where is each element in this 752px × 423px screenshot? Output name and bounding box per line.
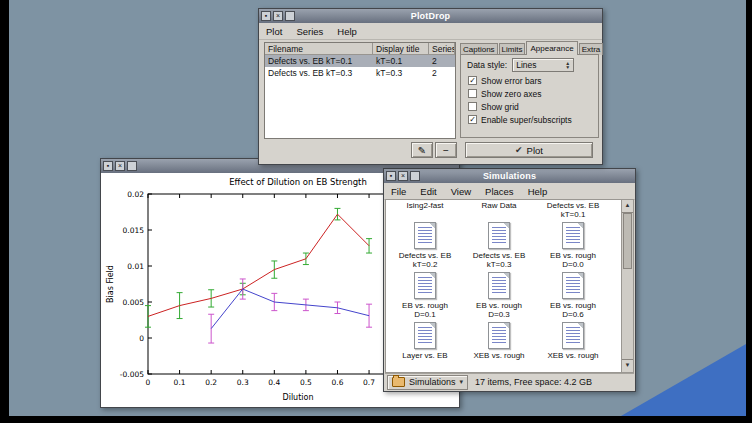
menu-places[interactable]: Places — [478, 185, 521, 198]
svg-text:0.5: 0.5 — [300, 378, 312, 387]
settings-tabs: CaptionsLimitsAppearanceExtra — [460, 40, 601, 55]
svg-text:0.3: 0.3 — [237, 378, 249, 387]
file-item-defects-vs-eb-kt-0-2[interactable]: Defects vs. EBkT=0.2 — [389, 222, 461, 272]
menu-view[interactable]: View — [444, 185, 478, 198]
menu-help[interactable]: Help — [521, 185, 555, 198]
svg-text:0.1: 0.1 — [174, 378, 186, 387]
appearance-options: ✓Show error barsShow zero axesShow grid✓… — [461, 74, 598, 126]
file-sub: D=0.0 — [562, 260, 584, 269]
window-buttons: ▪× — [386, 171, 420, 181]
data-style-label: Data style: — [467, 60, 507, 70]
file-sub: D=0.6 — [562, 310, 584, 319]
dropdown-arrow-icon: ▾ — [460, 378, 464, 386]
location-dropdown-button[interactable]: Simulations ▾ — [387, 375, 468, 390]
file-item-xeb-vs-rough[interactable]: XEB vs. rough — [537, 322, 609, 372]
file-item-eb-vs-rough-d-0-6[interactable]: EB vs. roughD=0.6 — [537, 272, 609, 322]
table-cell: Defects vs. EB kT=0.1 — [265, 55, 373, 67]
shade-button[interactable] — [410, 171, 420, 181]
simulations-window-title: Simulations — [384, 171, 635, 181]
file-name: EB vs. rough — [476, 301, 522, 310]
shade-button[interactable] — [285, 11, 295, 21]
column-header-display-title[interactable]: Display title — [373, 43, 429, 55]
window-buttons: ▪× — [261, 11, 295, 21]
document-icon — [414, 322, 436, 349]
data-style-select[interactable]: Lines ▲ ▼ — [512, 58, 574, 72]
svg-text:0.02: 0.02 — [127, 190, 144, 199]
svg-text:Effect of Dilution on EB Stren: Effect of Dilution on EB Strength — [229, 177, 367, 187]
file-item-raw-data[interactable]: Raw Data — [463, 199, 535, 222]
file-name: EB vs. rough — [550, 301, 596, 310]
file-name: XEB vs. rough — [547, 351, 598, 360]
menu-help[interactable]: Help — [330, 25, 364, 38]
menu-plot[interactable]: Plot — [259, 25, 289, 38]
window-menu-button[interactable]: ▪ — [261, 11, 271, 21]
scroll-up-button[interactable]: ▲ — [622, 200, 633, 213]
checkbox-box[interactable] — [468, 89, 477, 98]
table-row[interactable]: Defects vs. EB kT=0.1kT=0.12 — [265, 55, 455, 67]
shade-button[interactable] — [127, 161, 137, 171]
statusbar: Simulations ▾ 17 items, Free space: 4.2 … — [385, 373, 634, 390]
status-text: 17 items, Free space: 4.2 GB — [475, 377, 592, 387]
file-item-defects-vs-eb-kt-0-1[interactable]: Defects vs. EBkT=0.1 — [537, 199, 609, 222]
checkbox-box[interactable]: ✓ — [468, 115, 477, 124]
file-grid: Ising2-fastRaw DataDefects vs. EBkT=0.1D… — [386, 199, 621, 372]
menu-series[interactable]: Series — [289, 25, 330, 38]
plotdrop-window-title: PlotDrop — [259, 11, 602, 21]
file-item-eb-vs-rough-d-0-0[interactable]: EB vs. roughD=0.0 — [537, 222, 609, 272]
file-item-defects-vs-eb-kt-0-3[interactable]: Defects vs. EBkT=0.3 — [463, 222, 535, 272]
scrollbar-thumb[interactable] — [623, 213, 632, 269]
file-item-eb-vs-rough-d-0-3[interactable]: EB vs. roughD=0.3 — [463, 272, 535, 322]
table-row[interactable]: Defects vs. EB kT=0.3kT=0.32 — [265, 67, 455, 79]
tab-appearance[interactable]: Appearance — [526, 41, 577, 55]
check-icon: ✔ — [515, 145, 523, 155]
folder-icon — [392, 377, 405, 387]
menu-edit[interactable]: Edit — [413, 185, 443, 198]
simulations-titlebar[interactable]: ▪× Simulations — [384, 169, 635, 183]
plotdrop-titlebar[interactable]: ▪× PlotDrop — [259, 9, 602, 23]
file-item-eb-vs-rough-d-0-1[interactable]: EB vs. roughD=0.1 — [389, 272, 461, 322]
table-cell: 2 — [429, 67, 455, 79]
file-list-rows: Defects vs. EB kT=0.1kT=0.12Defects vs. … — [265, 55, 455, 79]
svg-text:0.6: 0.6 — [332, 378, 344, 387]
remove-series-button[interactable]: − — [435, 142, 457, 158]
checkbox-show-grid[interactable]: Show grid — [461, 100, 598, 113]
document-icon — [562, 222, 584, 249]
checkbox-show-error-bars[interactable]: ✓Show error bars — [461, 74, 598, 87]
scroll-down-button[interactable]: ▼ — [622, 359, 633, 372]
edit-series-button[interactable]: ✎ — [411, 142, 433, 158]
checkbox-box[interactable] — [468, 102, 477, 111]
data-style-row: Data style: Lines ▲ ▼ — [461, 55, 598, 74]
checkbox-label: Show error bars — [481, 76, 541, 86]
checkbox-label: Show grid — [481, 102, 519, 112]
window-menu-button[interactable]: ▪ — [103, 161, 113, 171]
checkbox-label: Show zero axes — [481, 89, 541, 99]
file-icon-view[interactable]: Ising2-fastRaw DataDefects vs. EBkT=0.1D… — [385, 199, 621, 373]
file-item-layer-vs-eb[interactable]: Layer vs. EB — [389, 322, 461, 372]
close-button[interactable]: × — [115, 161, 125, 171]
column-header-filename[interactable]: Filename — [265, 43, 373, 55]
close-button[interactable]: × — [398, 171, 408, 181]
plot-button[interactable]: ✔ Plot — [465, 142, 593, 158]
checkbox-label: Enable super/subscripts — [481, 115, 572, 125]
checkbox-show-zero-axes[interactable]: Show zero axes — [461, 87, 598, 100]
close-button[interactable]: × — [273, 11, 283, 21]
svg-text:0: 0 — [139, 334, 144, 343]
svg-text:-0.005: -0.005 — [120, 370, 144, 379]
menu-file[interactable]: File — [384, 185, 413, 198]
document-icon — [488, 222, 510, 249]
vertical-scrollbar[interactable]: ▲ ▼ — [621, 199, 634, 373]
series-file-list[interactable]: FilenameDisplay titleSeries Defects vs. … — [264, 42, 456, 139]
file-name: Ising2-fast — [407, 201, 444, 210]
file-item-ising2-fast[interactable]: Ising2-fast — [389, 199, 461, 222]
checkbox-box[interactable]: ✓ — [468, 76, 477, 85]
data-style-value: Lines — [516, 60, 536, 70]
window-menu-button[interactable]: ▪ — [386, 171, 396, 181]
location-label: Simulations — [409, 377, 456, 387]
file-sub: kT=0.1 — [561, 210, 586, 219]
file-item-xeb-vs-rough[interactable]: XEB vs. rough — [463, 322, 535, 372]
table-cell: Defects vs. EB kT=0.3 — [265, 67, 373, 79]
checkbox-enable-super-subscripts[interactable]: ✓Enable super/subscripts — [461, 113, 598, 126]
column-header-series[interactable]: Series — [429, 43, 455, 55]
file-name: EB vs. rough — [550, 251, 596, 260]
svg-text:0.2: 0.2 — [205, 378, 217, 387]
